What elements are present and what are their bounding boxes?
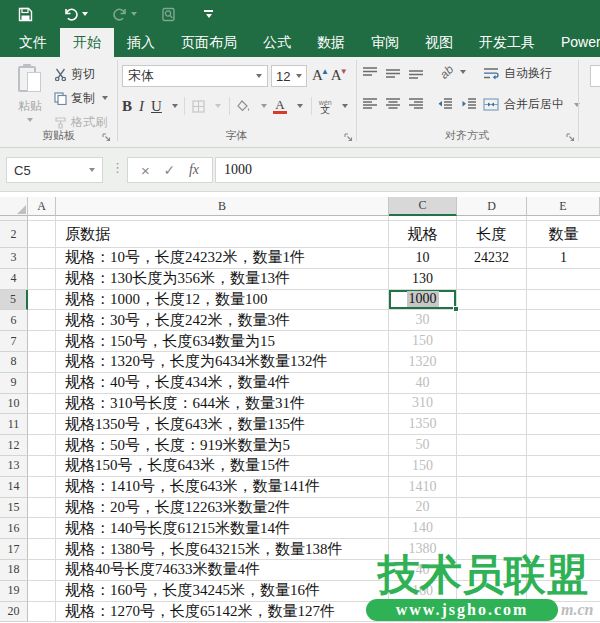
borders-button[interactable] [192, 100, 205, 113]
cell-A8[interactable] [28, 352, 56, 373]
select-all-corner[interactable] [0, 197, 28, 216]
cell-C14[interactable]: 1410 [389, 477, 457, 498]
tab-插入[interactable]: 插入 [114, 28, 168, 57]
row-header-8[interactable]: 8 [0, 352, 28, 373]
cell-D15[interactable] [457, 498, 527, 519]
decrease-indent-icon[interactable] [437, 97, 453, 111]
cell-B9[interactable]: 规格：40号，长度434米，数量4件 [56, 373, 389, 394]
cell-E14[interactable] [527, 477, 600, 498]
row-header-18[interactable]: 18 [0, 560, 28, 581]
cell-B3[interactable]: 规格：10号，长度24232米，数量1件 [56, 248, 389, 269]
cell-D4[interactable] [457, 269, 527, 290]
cell-C13[interactable]: 150 [389, 456, 457, 477]
row-header-12[interactable]: 12 [0, 435, 28, 456]
row-header-9[interactable]: 9 [0, 373, 28, 394]
clipboard-dialog-launcher-icon[interactable] [102, 133, 111, 142]
save-icon[interactable] [12, 0, 39, 28]
formula-input[interactable]: 1000 [215, 157, 600, 183]
cell-D14[interactable] [457, 477, 527, 498]
paste-button[interactable]: 粘贴 [8, 62, 52, 134]
cell-D3[interactable]: 24232 [457, 248, 527, 269]
cell-A9[interactable] [28, 373, 56, 394]
cut-button[interactable]: 剪切 [54, 64, 95, 84]
cell-B4[interactable]: 规格：130长度为356米，数量13件 [56, 269, 389, 290]
cell-A2[interactable] [28, 221, 56, 248]
merge-center-button[interactable]: 合并后居中 [483, 96, 580, 113]
fill-color-button[interactable] [237, 100, 251, 113]
row-header-13[interactable]: 13 [0, 456, 28, 477]
wrap-text-button[interactable]: 自动换行 [483, 65, 552, 82]
cell-D6[interactable] [457, 310, 527, 331]
cell-C5[interactable]: 1000 [389, 290, 457, 311]
cell-E11[interactable] [527, 414, 600, 435]
cell-A14[interactable] [28, 477, 56, 498]
align-left-icon[interactable] [362, 97, 378, 111]
row-header-17[interactable]: 17 [0, 539, 28, 560]
cell-B20[interactable]: 规格：1270号，长度65142米，数量127件 [56, 602, 389, 623]
row-header-3[interactable]: 3 [0, 248, 28, 269]
column-header-A[interactable]: A [28, 197, 56, 216]
cell-A10[interactable] [28, 394, 56, 415]
font-dialog-launcher-icon[interactable] [344, 133, 353, 142]
cell-A18[interactable] [28, 560, 56, 581]
cell-A7[interactable] [28, 331, 56, 352]
cell-D11[interactable] [457, 414, 527, 435]
cell-A4[interactable] [28, 269, 56, 290]
print-preview-icon[interactable] [155, 0, 182, 28]
cell-C6[interactable]: 30 [389, 310, 457, 331]
cell-C8[interactable]: 1320 [389, 352, 457, 373]
font-size-select[interactable]: 12 [271, 65, 307, 87]
tab-开始[interactable]: 开始 [60, 28, 114, 57]
tab-文件[interactable]: 文件 [6, 28, 60, 57]
underline-dropdown-icon[interactable] [172, 104, 178, 108]
cell-C10[interactable]: 310 [389, 394, 457, 415]
tab-数据[interactable]: 数据 [304, 28, 358, 57]
tab-审阅[interactable]: 审阅 [358, 28, 412, 57]
column-header-E[interactable]: E [527, 197, 600, 216]
fill-handle[interactable] [453, 306, 459, 312]
cell-A3[interactable] [28, 248, 56, 269]
cell-A20[interactable] [28, 602, 56, 623]
cell-D16[interactable] [457, 518, 527, 539]
cell-A19[interactable] [28, 581, 56, 602]
cell-C7[interactable]: 150 [389, 331, 457, 352]
cell-B8[interactable]: 规格：1320号，长度为6434米数量132件 [56, 352, 389, 373]
column-header-C[interactable]: C [389, 197, 457, 216]
cell-A16[interactable] [28, 518, 56, 539]
row-header-20[interactable]: 20 [0, 602, 28, 623]
row-header-5[interactable]: 5 [0, 290, 28, 311]
cell-C11[interactable]: 1350 [389, 414, 457, 435]
cell-C9[interactable]: 40 [389, 373, 457, 394]
align-right-icon[interactable] [408, 97, 424, 111]
cell-E7[interactable] [527, 331, 600, 352]
cell-E3[interactable]: 1 [527, 248, 600, 269]
cell-B13[interactable]: 规格150号，长度643米，数量15件 [56, 456, 389, 477]
cell-B2[interactable]: 原数据 [56, 221, 389, 248]
cell-A6[interactable] [28, 310, 56, 331]
name-box[interactable]: C5 [6, 157, 103, 183]
cell-E5[interactable] [527, 290, 600, 311]
copy-button[interactable]: 复制 [54, 88, 108, 108]
font-color-button[interactable]: A [273, 99, 287, 114]
cell-D13[interactable] [457, 456, 527, 477]
cell-D9[interactable] [457, 373, 527, 394]
alignment-dialog-launcher-icon[interactable] [566, 133, 575, 142]
cell-A13[interactable] [28, 456, 56, 477]
cell-E10[interactable] [527, 394, 600, 415]
cell-D5[interactable] [457, 290, 527, 311]
cell-B18[interactable]: 规格40号长度74633米数量4件 [56, 560, 389, 581]
font-color-dropdown-icon[interactable] [297, 104, 303, 108]
cell-E13[interactable] [527, 456, 600, 477]
tab-Power Pivot[interactable]: Power Pivot [548, 28, 600, 57]
number-format-select-partial[interactable] [590, 65, 600, 87]
cell-E2[interactable]: 数量 [527, 221, 600, 248]
insert-function-icon[interactable]: fx [189, 162, 199, 178]
align-bottom-icon[interactable] [408, 66, 424, 80]
cell-A15[interactable] [28, 498, 56, 519]
redo-icon[interactable] [106, 0, 143, 28]
cancel-entry-icon[interactable]: × [141, 162, 150, 179]
tab-开发工具[interactable]: 开发工具 [466, 28, 548, 57]
cell-A12[interactable] [28, 435, 56, 456]
row-header-14[interactable]: 14 [0, 477, 28, 498]
align-middle-icon[interactable] [385, 66, 401, 80]
